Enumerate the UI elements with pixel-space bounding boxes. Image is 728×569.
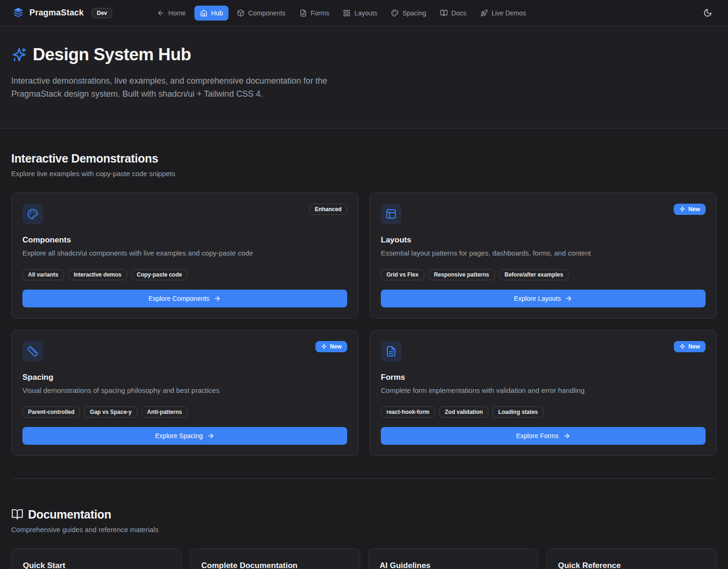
card-title: Layouts (381, 235, 706, 245)
nav-item-layouts[interactable]: Layouts (337, 6, 383, 21)
layers-icon (12, 7, 24, 19)
nav-label: Layouts (354, 9, 377, 17)
panels-top-left-icon (381, 204, 401, 224)
card-title: Spacing (22, 373, 347, 382)
doc-card-complete-documentation[interactable]: Complete Documentation Full design syste… (190, 548, 360, 569)
hero-section: Design System Hub Interactive demonstrat… (0, 26, 728, 128)
nav-item-components[interactable]: Components (231, 6, 291, 21)
ruler-icon (22, 341, 43, 362)
nav-label: Docs (451, 9, 466, 17)
arrow-right-icon (214, 295, 221, 302)
card-description: Complete form implementations with valid… (381, 386, 706, 394)
tag: Grid vs Flex (381, 269, 424, 280)
badge-label: Enhanced (315, 206, 342, 213)
box-icon (237, 9, 244, 17)
palette-icon (22, 204, 43, 224)
demo-card-layouts: New Layouts Essential layout patterns fo… (370, 192, 717, 319)
doc-card-grid: Quick Start 5-minute crash course Comple… (11, 548, 717, 569)
explore-forms-button[interactable]: Explore Forms (381, 427, 706, 445)
file-text-icon (381, 341, 401, 362)
card-title: Quick Reference (558, 561, 705, 569)
demo-card-spacing: New Spacing Visual demonstrations of spa… (11, 330, 358, 456)
tag-row: All variants Interactive demos Copy-past… (22, 269, 347, 280)
tag: react-hook-form (381, 406, 435, 418)
card-title: Forms (381, 373, 706, 382)
arrow-right-icon (565, 295, 572, 302)
demos-subheading: Explore live examples with copy-paste co… (11, 170, 717, 178)
nav-item-spacing[interactable]: Spacing (385, 6, 432, 21)
nav-item-home[interactable]: Home (151, 6, 191, 21)
tag: Interactive demos (68, 269, 127, 280)
sparkles-icon (11, 47, 27, 63)
button-label: Explore Layouts (514, 295, 561, 302)
home-icon (200, 9, 207, 17)
button-label: Explore Components (149, 295, 210, 302)
new-badge: New (674, 341, 706, 352)
env-badge: Dev (92, 8, 112, 18)
tag: Anti-patterns (142, 406, 188, 418)
badge-label: New (688, 343, 700, 350)
tag: Before/after examples (499, 269, 569, 280)
card-description: Essential layout patterns for pages, das… (381, 249, 706, 257)
doc-card-quick-start[interactable]: Quick Start 5-minute crash course (11, 548, 182, 569)
status-badge: Enhanced (309, 204, 347, 215)
section-divider (11, 478, 717, 479)
nav-label: Forms (311, 9, 329, 17)
main-content: Interactive Demonstrations Explore live … (0, 152, 728, 569)
nav-label: Home (168, 9, 186, 17)
card-title: Complete Documentation (201, 561, 349, 569)
doc-card-quick-reference[interactable]: Quick Reference Cheat sheet for lookups (546, 548, 717, 569)
book-open-icon (11, 508, 23, 520)
tag-row: Parent-controlled Gap vs Space-y Anti-pa… (22, 406, 347, 418)
tag: Loading states (492, 406, 543, 418)
card-title: Quick Start (23, 561, 170, 569)
rocket-icon (480, 9, 488, 17)
main-nav: Home Hub Components Forms Layouts (151, 6, 532, 21)
arrow-right-icon (563, 432, 571, 440)
sparkles-icon (321, 343, 327, 349)
sparkles-icon (679, 343, 685, 349)
arrow-right-icon (207, 432, 214, 440)
page-title: Design System Hub (33, 45, 191, 64)
docs-subheading: Comprehensive guides and reference mater… (11, 526, 717, 533)
tag-row: Grid vs Flex Responsive patterns Before/… (381, 269, 706, 280)
nav-item-docs[interactable]: Docs (435, 6, 472, 21)
nav-item-hub[interactable]: Hub (194, 6, 229, 21)
docs-section-head: Documentation Comprehensive guides and r… (11, 508, 717, 533)
layout-grid-icon (343, 9, 350, 17)
nav-label: Live Demos (492, 9, 526, 17)
card-description: Explore all shadcn/ui components with li… (22, 249, 347, 257)
docs-heading: Documentation (11, 508, 717, 521)
button-label: Explore Spacing (155, 432, 203, 440)
top-navbar: PragmaStack Dev Home Hub Components Fo (0, 0, 728, 26)
brand-name: PragmaStack (29, 8, 84, 18)
doc-card-ai-guidelines[interactable]: AI Guidelines Rules for AI code generati… (368, 548, 539, 569)
card-title: Components (22, 235, 347, 245)
card-description: Visual demonstrations of spacing philoso… (22, 386, 347, 394)
nav-label: Components (248, 9, 285, 17)
tag: Responsive patterns (428, 269, 495, 280)
arrow-left-icon (157, 9, 164, 17)
theme-toggle-button[interactable] (699, 5, 716, 21)
tag: Copy-paste code (131, 269, 188, 280)
tag: Zod validation (439, 406, 488, 418)
tag: Parent-controlled (22, 406, 80, 418)
book-open-icon (440, 9, 448, 17)
card-title: AI Guidelines (380, 561, 527, 569)
docs-heading-label: Documentation (28, 508, 111, 521)
page-subtitle: Interactive demonstrations, live example… (11, 75, 362, 101)
demo-card-grid: Enhanced Components Explore all shadcn/u… (11, 192, 717, 456)
badge-label: New (688, 206, 700, 213)
brand[interactable]: PragmaStack Dev (12, 7, 112, 19)
explore-layouts-button[interactable]: Explore Layouts (381, 290, 706, 307)
nav-item-live-demos[interactable]: Live Demos (475, 6, 532, 21)
nav-item-forms[interactable]: Forms (294, 6, 335, 21)
badge-label: New (330, 343, 342, 350)
file-text-icon (300, 9, 307, 17)
sparkles-icon (679, 206, 685, 212)
explore-spacing-button[interactable]: Explore Spacing (22, 427, 347, 445)
demos-heading: Interactive Demonstrations (11, 152, 717, 165)
demo-card-components: Enhanced Components Explore all shadcn/u… (11, 192, 358, 319)
tag-row: react-hook-form Zod validation Loading s… (381, 406, 706, 418)
explore-components-button[interactable]: Explore Components (22, 290, 347, 307)
